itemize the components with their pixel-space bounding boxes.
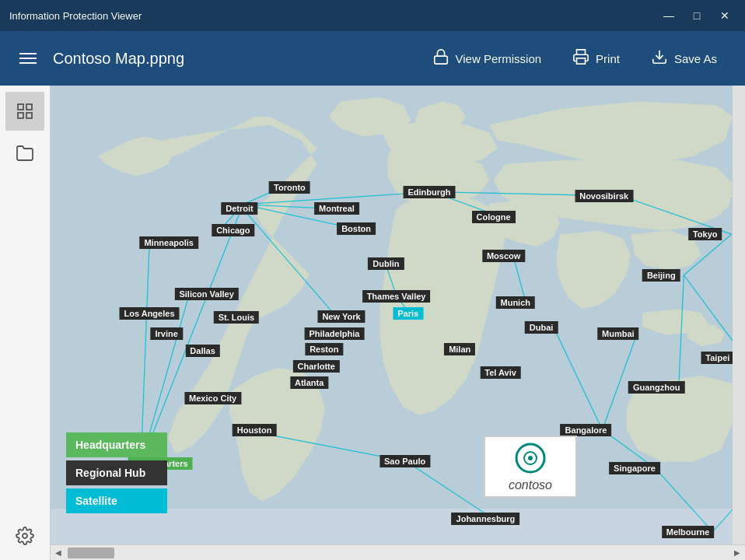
save-as-icon: [651, 48, 668, 69]
print-button[interactable]: Print: [557, 31, 635, 86]
city-label-boston: Boston: [337, 222, 376, 235]
title-bar: Information Protection Viewer — □ ✕: [0, 0, 745, 31]
city-label-melbourne: Melbourne: [662, 526, 715, 538]
view-permission-button[interactable]: View Permission: [417, 31, 558, 86]
horizontal-scrollbar[interactable]: ◀ ▶: [51, 544, 745, 560]
city-label-cologne: Cologne: [472, 211, 516, 223]
scroll-thumb-horizontal[interactable]: [68, 548, 114, 558]
svg-rect-6: [26, 113, 32, 118]
city-label-los-angeles: Los Angeles: [120, 307, 180, 320]
map-legend: Headquarters Regional Hub Satellite: [66, 432, 167, 513]
city-label-irvine: Irvine: [151, 327, 183, 340]
legend-regional-hub: Regional Hub: [66, 460, 167, 485]
city-label-guangzhou: Guangzhou: [628, 381, 685, 394]
city-label-chicago: Chicago: [212, 224, 254, 236]
city-label-toronto: Toronto: [269, 181, 310, 194]
print-icon: [572, 48, 589, 69]
save-as-button[interactable]: Save As: [635, 31, 733, 86]
save-as-label: Save As: [674, 52, 717, 65]
city-label-thames-valley: Thames Valley: [362, 290, 431, 303]
svg-rect-3: [18, 104, 23, 110]
city-label-novosibirsk: Novosibirsk: [575, 190, 633, 202]
city-label-atlanta: Atlanta: [290, 376, 328, 389]
sidebar-item-settings[interactable]: [5, 521, 44, 560]
legend-headquarters: Headquarters: [66, 432, 167, 457]
close-button[interactable]: ✕: [714, 5, 736, 26]
city-label-silicon-valley: Silicon Valley: [174, 288, 238, 300]
scroll-right-button[interactable]: ▶: [729, 545, 745, 561]
city-label-moscow: Moscow: [482, 250, 525, 262]
city-label-reston: Reston: [305, 343, 343, 355]
city-label-edinburgh: Edinburgh: [403, 186, 455, 198]
map-content: TorontoEdinburghNovosibirskDetroitMontre…: [51, 86, 733, 544]
app-title: Information Protection Viewer: [9, 10, 658, 22]
city-label-munich: Munich: [496, 296, 536, 309]
city-label-johannesburg: Johannesburg: [452, 513, 520, 525]
city-label-st.-louis: St. Louis: [214, 311, 259, 324]
city-label-dublin: Dublin: [368, 257, 404, 270]
sidebar-item-folder[interactable]: [5, 134, 44, 173]
city-label-singapore: Singapore: [609, 462, 660, 474]
sidebar: [0, 86, 51, 560]
scroll-left-button[interactable]: ◀: [51, 545, 66, 561]
city-label-charlotte: Charlotte: [293, 360, 340, 373]
window-controls: — □ ✕: [658, 5, 736, 26]
minimize-button[interactable]: —: [658, 5, 680, 26]
city-label-mexico-city: Mexico City: [184, 392, 241, 404]
contoso-logo: contoso: [484, 436, 577, 498]
city-label-tel-aviv: Tel Aviv: [480, 366, 521, 379]
city-label-montreal: Montreal: [314, 202, 359, 215]
city-label-dubai: Dubai: [525, 321, 558, 334]
main-layout: TorontoEdinburghNovosibirskDetroitMontre…: [0, 86, 745, 560]
hamburger-icon: [19, 62, 37, 64]
document-filename: Contoso Map.ppng: [53, 50, 417, 68]
city-label-mumbai: Mumbai: [597, 327, 639, 340]
print-label: Print: [596, 52, 620, 65]
city-label-milan: Milan: [444, 343, 475, 355]
sidebar-item-grid[interactable]: [5, 92, 44, 131]
contoso-brand-text: contoso: [509, 478, 552, 492]
legend-satellite: Satellite: [66, 488, 167, 513]
hamburger-icon: [19, 53, 37, 54]
view-permission-label: View Permission: [456, 52, 542, 65]
svg-rect-1: [577, 58, 586, 63]
hamburger-icon: [19, 58, 37, 59]
city-label-minneapolis: Minneapolis: [139, 236, 198, 249]
svg-rect-0: [434, 56, 447, 64]
svg-point-7: [23, 534, 27, 538]
maximize-button[interactable]: □: [686, 5, 708, 26]
city-label-detroit: Detroit: [221, 202, 257, 215]
menu-button[interactable]: [12, 43, 44, 74]
svg-rect-5: [18, 113, 23, 118]
city-label-houston: Houston: [233, 424, 277, 436]
svg-point-38: [528, 456, 533, 460]
city-label-new-york: New York: [317, 310, 365, 323]
toolbar-actions: View Permission Print Save As: [417, 31, 733, 86]
city-label-dallas: Dallas: [185, 345, 219, 357]
toolbar: Contoso Map.ppng View Permission Print: [0, 31, 745, 86]
city-label-bangalore: Bangalore: [561, 424, 612, 436]
view-permission-icon: [432, 48, 449, 69]
city-label-tokyo: Tokyo: [688, 228, 722, 240]
svg-rect-4: [26, 104, 32, 110]
city-label-paris: Paris: [393, 307, 423, 320]
city-label-taipei: Taipei: [701, 352, 733, 364]
city-label-philadelphia: Philadelphia: [305, 327, 365, 340]
city-label-beijing: Beijing: [642, 269, 680, 282]
city-label-sao-paulo: Sao Paulo: [379, 455, 430, 467]
